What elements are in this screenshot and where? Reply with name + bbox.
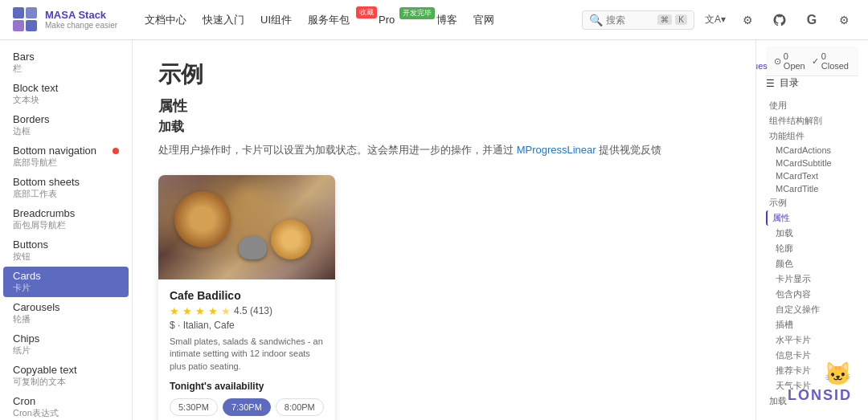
toc-sidebar: + + Issues ⊙ 0 Open ✓ 0 Closed ☰ 目录 使用 组… <box>755 40 868 420</box>
sidebar-item-bars[interactable]: Bars 栏 <box>3 47 129 78</box>
toc-item-functional[interactable]: 功能组件 <box>766 128 858 144</box>
sidebar-item-title: Bottom sheets <box>13 176 119 188</box>
sidebar-item-subtitle: Cron表达式 <box>13 407 119 419</box>
toc-item-mcardtitle[interactable]: MCardTitle <box>766 182 858 195</box>
nav-pro[interactable]: Pro 开发完毕 <box>379 14 420 26</box>
search-input[interactable] <box>606 14 654 26</box>
toc-item-load[interactable]: 加载 <box>766 226 858 241</box>
sidebar-item-subtitle: 文本块 <box>13 94 119 106</box>
card-availability-label: Tonight's availability <box>170 381 324 392</box>
mprogress-link[interactable]: MProgressLinear <box>517 144 596 156</box>
star-4: ★ <box>208 305 218 317</box>
sidebar-item-subtitle: 底部工作表 <box>13 188 119 200</box>
toc-item-weather[interactable]: 天气卡片 <box>766 378 858 393</box>
card-image <box>158 175 335 279</box>
time-chip-800[interactable]: 8:00PM <box>276 398 324 416</box>
toc-item-mcardsubtitle[interactable]: MCardSubtitle <box>766 157 858 169</box>
nav-quickstart[interactable]: 快速入门 <box>203 13 244 27</box>
toc-item-custom-actions[interactable]: 自定义操作 <box>766 302 858 317</box>
sidebar: Bars 栏 Block text 文本块 Borders 边框 Bottom … <box>0 40 133 420</box>
sidebar-item-borders[interactable]: Borders 边框 <box>3 110 129 141</box>
sidebar-item-title: Block text <box>13 82 119 94</box>
toc-item-examples[interactable]: 示例 <box>766 195 858 210</box>
card-type: $ · Italian, Cafe <box>170 320 324 331</box>
toc-item-info-card[interactable]: 信息卡片 <box>766 348 858 363</box>
add-issue-button[interactable]: + + Issues <box>755 51 768 71</box>
toc-item-mcardtext[interactable]: MCardText <box>766 169 858 182</box>
search-kbd-k: K <box>675 14 687 25</box>
time-chip-530[interactable]: 5:30PM <box>170 398 218 416</box>
sidebar-item-title: Bottom navigation <box>13 145 96 157</box>
nav-service[interactable]: 服务年包 收藏 <box>308 13 362 27</box>
check-icon: ✓ <box>812 56 819 67</box>
star-half: ★ <box>221 305 231 317</box>
section-title: 属性 <box>158 96 730 116</box>
github-icon[interactable] <box>768 9 791 31</box>
gear-icon[interactable]: ⚙ <box>833 9 855 31</box>
page-title: 示例 <box>158 59 730 90</box>
toc-item-slots[interactable]: 插槽 <box>766 317 858 332</box>
logo-area[interactable]: MASA Stack Make change easier <box>13 7 125 33</box>
search-icon: 🔍 <box>589 14 603 27</box>
sidebar-item-cron[interactable]: Cron Cron表达式 <box>3 392 129 420</box>
search-box[interactable]: 🔍 ⌘ K <box>582 10 694 30</box>
sidebar-item-title: Chips <box>13 332 119 345</box>
sidebar-item-chips[interactable]: Chips 纸片 <box>3 329 129 360</box>
open-count: ⊙ 0 Open <box>774 51 805 71</box>
dot-red-icon <box>113 148 119 154</box>
description-text: 处理用户操作时，卡片可以设置为加载状态。这会禁用进一步的操作，并通过 MProg… <box>158 142 730 159</box>
card-demo: Cafe Badilico ★ ★ ★ ★ ★ 4.5 (413) $ · It… <box>158 175 335 420</box>
sidebar-item-title: Cron <box>13 395 119 407</box>
sidebar-item-bottom-sheets[interactable]: Bottom sheets 底部工作表 <box>3 173 129 203</box>
sidebar-item-subtitle: 边框 <box>13 125 119 137</box>
toc-item-recommend[interactable]: 推荐卡片 <box>766 363 858 378</box>
sidebar-item-title: Carousels <box>13 301 119 313</box>
card-description: Small plates, salads & sandwiches - an i… <box>170 336 324 373</box>
main-content: 示例 属性 加载 处理用户操作时，卡片可以设置为加载状态。这会禁用进一步的操作，… <box>133 40 755 420</box>
toc-item-loading[interactable]: 加载 <box>766 393 858 409</box>
toc-item-props[interactable]: 属性 <box>766 210 858 226</box>
sidebar-item-title: Borders <box>13 113 119 125</box>
sidebar-item-subtitle: 面包屑导航栏 <box>13 219 119 231</box>
sidebar-item-title: Buttons <box>13 239 119 251</box>
toc-menu-icon: ☰ <box>766 78 775 89</box>
toc-item-content[interactable]: 包含内容 <box>766 287 858 302</box>
circle-icon: ⊙ <box>774 56 781 67</box>
toc-item-outline[interactable]: 轮廓 <box>766 241 858 256</box>
toc-item-anatomy[interactable]: 组件结构解剖 <box>766 113 858 128</box>
star-2: ★ <box>182 305 192 317</box>
sidebar-item-blocktext[interactable]: Block text 文本块 <box>3 79 129 109</box>
nav-ui[interactable]: UI组件 <box>260 13 292 27</box>
time-chips: 5:30PM 7:30PM 8:00PM 9:00PM <box>170 398 324 420</box>
sidebar-item-breadcrumbs[interactable]: Breadcrumbs 面包屑导航栏 <box>3 204 129 234</box>
time-chip-730[interactable]: 7:30PM <box>223 398 271 416</box>
toc-item-usage[interactable]: 使用 <box>766 98 858 113</box>
sidebar-item-title: Breadcrumbs <box>13 207 119 219</box>
nav-official[interactable]: 官网 <box>473 13 494 27</box>
g-icon[interactable]: G <box>800 9 823 31</box>
sidebar-item-subtitle: 按钮 <box>13 251 119 263</box>
sidebar-item-subtitle: 可复制的文本 <box>13 376 119 388</box>
card-restaurant-name: Cafe Badilico <box>170 289 324 302</box>
language-button[interactable]: 文A▾ <box>704 9 727 31</box>
sidebar-item-copyable[interactable]: Copyable text 可复制的文本 <box>3 361 129 391</box>
nav-blog[interactable]: 博客 <box>436 13 457 27</box>
toc-item-mcardactions[interactable]: MCardActions <box>766 144 858 157</box>
closed-count: ✓ 0 Closed <box>812 51 849 71</box>
service-badge: 收藏 <box>356 6 377 18</box>
sidebar-item-bottom-nav[interactable]: Bottom navigation 底部导航栏 <box>3 141 129 172</box>
sidebar-item-buttons[interactable]: Buttons 按钮 <box>3 235 129 266</box>
sidebar-item-carousels[interactable]: Carousels 轮播 <box>3 298 129 328</box>
card-body: Cafe Badilico ★ ★ ★ ★ ★ 4.5 (413) $ · It… <box>158 279 335 420</box>
sidebar-item-subtitle: 栏 <box>13 63 119 75</box>
toc-item-color[interactable]: 颜色 <box>766 256 858 271</box>
svg-rect-0 <box>13 7 24 18</box>
nav-docs[interactable]: 文档中心 <box>145 13 186 27</box>
toc-item-horizontal[interactable]: 水平卡片 <box>766 332 858 348</box>
page-layout: Bars 栏 Block text 文本块 Borders 边框 Bottom … <box>0 40 868 420</box>
settings-icon[interactable]: ⚙ <box>736 9 759 31</box>
toc-item-card-display[interactable]: 卡片显示 <box>766 271 858 287</box>
toc-title: 目录 <box>780 76 799 90</box>
header: MASA Stack Make change easier 文档中心 快速入门 … <box>0 0 868 40</box>
sidebar-item-cards[interactable]: Cards 卡片 <box>3 267 129 297</box>
